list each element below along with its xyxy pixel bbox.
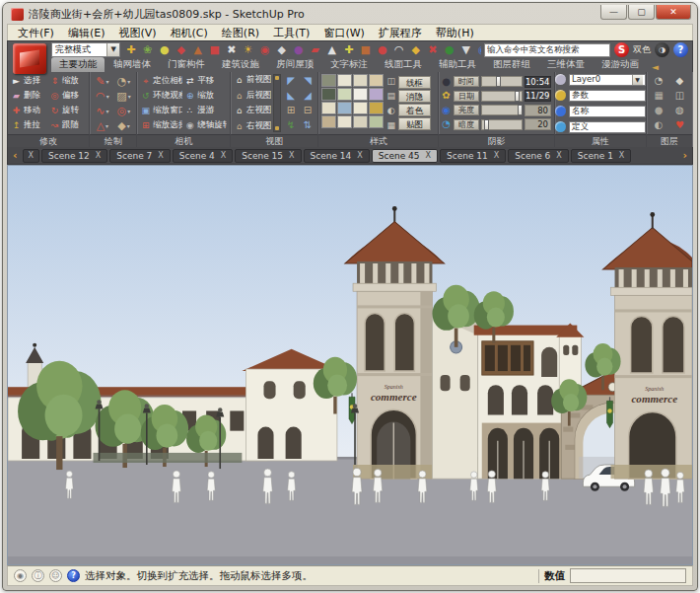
scene-scroll-right-icon[interactable]: › xyxy=(679,149,690,162)
ribbon-tab-3d-massing[interactable]: 三维体量 xyxy=(539,57,593,72)
quick-icon[interactable]: ◆ xyxy=(274,42,289,57)
quick-icon[interactable]: ✚ xyxy=(341,42,356,57)
zoom-extents-tool[interactable]: ⊞缩放选择 xyxy=(140,118,182,132)
arc-tool[interactable]: ◠▾ xyxy=(93,89,112,103)
bottom-view-icon[interactable]: ⊟ xyxy=(300,104,315,117)
iso-view-icon[interactable]: ◤ xyxy=(283,74,298,88)
menu-help[interactable]: 帮助(H) xyxy=(430,25,480,41)
style-thumb[interactable] xyxy=(369,102,384,114)
quick-icon[interactable]: ◉ xyxy=(257,42,272,57)
pushpull-tool[interactable]: ↥推拉 xyxy=(11,118,47,132)
layer-dropdown[interactable]: Layer0▼ xyxy=(569,74,646,86)
quick-icon[interactable]: ■ xyxy=(207,42,222,57)
style-thumb[interactable] xyxy=(353,74,368,87)
perspective-icon[interactable]: ⇅ xyxy=(300,118,315,132)
quick-icon[interactable]: ✖ xyxy=(224,42,239,57)
maximize-button[interactable]: ▢ xyxy=(628,5,655,20)
zoom-tool[interactable]: ⊕缩放 xyxy=(184,89,227,103)
hidden-line-button[interactable]: 消隐 xyxy=(398,90,431,103)
polygon-tool[interactable]: △▾ xyxy=(93,118,112,132)
edges-icon[interactable]: ▤ xyxy=(386,90,395,102)
wireframe-button[interactable]: 线框 xyxy=(398,76,431,89)
menu-camera[interactable]: 相机(C) xyxy=(165,25,214,41)
close-icon[interactable]: X xyxy=(29,151,34,160)
scene-tab[interactable]: Scene 11X xyxy=(440,149,506,163)
ribbon-tab-line-tools[interactable]: 线面工具 xyxy=(377,57,430,72)
quick-icon[interactable]: ◠ xyxy=(391,42,406,57)
front-view-button[interactable]: ⌂前视图 xyxy=(234,74,272,86)
style-thumb[interactable] xyxy=(321,102,336,114)
style-thumb[interactable] xyxy=(337,74,352,87)
scene-tab[interactable]: Scene 14X xyxy=(304,149,370,163)
quick-icon[interactable]: ◆ xyxy=(174,42,188,57)
help-icon[interactable]: ? xyxy=(67,569,80,582)
quick-icon[interactable]: ■ xyxy=(358,42,373,57)
textured-icon[interactable]: ▦ xyxy=(386,119,395,131)
scene-tab[interactable]: Scene 4X xyxy=(173,149,234,163)
ribbon-tab-helper-tools[interactable]: 辅助工具 xyxy=(431,57,484,72)
shaded-button[interactable]: 着色 xyxy=(398,104,431,116)
command-search-input[interactable] xyxy=(484,43,610,57)
iso-view-icon[interactable]: ◢ xyxy=(300,89,315,103)
style-thumb[interactable] xyxy=(353,102,368,114)
layer-tool-icon[interactable]: ◔ xyxy=(650,74,668,88)
iso-view-icon[interactable]: ◣ xyxy=(283,89,298,103)
pan-tool[interactable]: ⇄平移 xyxy=(184,74,227,88)
zoom-window-tool[interactable]: ▣缩放窗口 xyxy=(140,104,182,117)
style-thumb[interactable] xyxy=(321,74,336,87)
close-icon[interactable]: X xyxy=(556,151,561,160)
hatch-tool[interactable]: ▨▾ xyxy=(114,89,134,103)
shaded-icon[interactable]: ◐ xyxy=(386,105,395,116)
scene-tab-active[interactable]: Scene 45X xyxy=(372,149,438,163)
quick-icon[interactable]: ❀ xyxy=(140,42,155,57)
ribbon-tab-building-facilities[interactable]: 建筑设施 xyxy=(214,57,267,72)
style-thumb[interactable] xyxy=(369,74,384,87)
style-thumb[interactable] xyxy=(321,115,336,128)
ribbon-tab-grid-walls[interactable]: 轴网墙体 xyxy=(105,57,159,72)
quick-icon[interactable]: ▲ xyxy=(190,42,205,57)
date-slider[interactable] xyxy=(481,91,523,102)
walk-tool[interactable]: ∴漫游 xyxy=(184,104,227,117)
ribbon-tab-main[interactable]: 主要功能 xyxy=(51,57,105,72)
measurements-input[interactable] xyxy=(570,568,686,583)
style-thumb[interactable] xyxy=(353,88,368,101)
menu-draw[interactable]: 绘图(R) xyxy=(216,25,265,41)
close-icon[interactable]: X xyxy=(426,151,431,160)
layer-tool-icon[interactable]: ◐ xyxy=(650,118,668,132)
circle-tool[interactable]: ◎▾ xyxy=(114,104,134,117)
select-tool[interactable]: ►选择 xyxy=(11,74,47,88)
back-view-button[interactable]: ⌂后视图 xyxy=(234,90,272,102)
scene-tab[interactable]: Scene 15X xyxy=(235,149,301,163)
minimize-button[interactable]: — xyxy=(600,5,627,20)
shadow-toggle-icon[interactable]: ● xyxy=(442,75,451,89)
model-viewport[interactable]: Spanish commerce xyxy=(7,165,693,565)
ground-shadow-icon[interactable]: ◔ xyxy=(442,117,451,131)
left-view-button[interactable]: ⌂左视图 xyxy=(234,105,272,116)
quick-icon[interactable]: ◉ xyxy=(475,42,481,57)
freehand-tool[interactable]: ∿▾ xyxy=(93,104,112,117)
position-camera-tool[interactable]: ⌖定位相机 xyxy=(140,74,182,88)
dark-slider[interactable] xyxy=(481,119,523,130)
rotate-tool[interactable]: ↻旋转 xyxy=(49,104,86,117)
quick-icon[interactable]: ☀ xyxy=(241,42,255,57)
ribbon-tab-walkthrough[interactable]: 漫游动画 xyxy=(594,57,647,72)
favorite-icon[interactable]: ♥ xyxy=(670,118,689,132)
toolbar-circle-button[interactable]: ◑ xyxy=(655,42,669,57)
time-slider[interactable] xyxy=(481,76,523,87)
slider-handle[interactable] xyxy=(518,105,523,115)
scene-tab[interactable]: Scene 12X xyxy=(41,149,107,163)
move-tool[interactable]: ✚移动 xyxy=(11,104,47,117)
section-icon[interactable]: ◫ xyxy=(386,75,395,87)
name-field[interactable]: 名称 xyxy=(569,106,646,117)
chevron-down-icon[interactable]: ▼ xyxy=(632,75,643,85)
definition-field[interactable]: 定义 xyxy=(569,121,646,133)
layer-tool-icon[interactable]: ● xyxy=(650,104,668,117)
sector-tool[interactable]: ◆▾ xyxy=(114,118,134,132)
quick-icon[interactable]: ▲ xyxy=(324,42,339,57)
slider-handle[interactable] xyxy=(496,76,501,87)
ribbon-tab-text-annotation[interactable]: 文字标注 xyxy=(322,57,376,72)
style-thumb[interactable] xyxy=(369,88,384,101)
menu-window[interactable]: 窗口(W) xyxy=(317,25,370,41)
quick-icon[interactable]: ✚ xyxy=(123,42,138,57)
close-button[interactable]: ✕ xyxy=(656,5,691,20)
